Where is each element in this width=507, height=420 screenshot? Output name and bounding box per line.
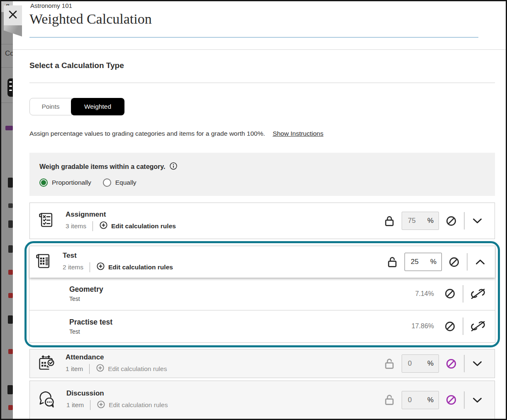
panel-body: Astronomy 101 Weighted Calculation Selec… <box>13 1 506 419</box>
weigh-box-title: Weigh gradable items within a category. <box>39 163 165 171</box>
item-count: 1 item <box>66 365 83 373</box>
weight-field-wrap: % <box>402 212 439 230</box>
weigh-box-title-row: Weigh gradable items within a category. <box>39 162 178 172</box>
item-name: Practise test <box>69 318 112 326</box>
meta-divider <box>90 262 90 272</box>
header-divider <box>13 49 506 50</box>
divider <box>1 44 13 44</box>
divider <box>464 212 465 230</box>
percent-unit: % <box>430 258 436 266</box>
page-title: Weighted Calculation <box>29 11 152 27</box>
no-symbol-icon <box>444 288 456 299</box>
edit-calculation-rules-label: Edit calculation rules <box>108 264 173 271</box>
category-row-attendance: Attendance 1 item Edit calculation rules <box>29 349 495 378</box>
lock-open-icon[interactable] <box>387 256 397 268</box>
discussion-icon <box>37 390 56 410</box>
item-count: 3 items <box>66 222 86 230</box>
backdrop-artifact <box>8 293 13 298</box>
tab-weighted[interactable]: Weighted <box>71 98 124 115</box>
weight-input[interactable] <box>405 359 423 368</box>
radio-proportionally-label: Proportionally <box>52 179 91 186</box>
item-row-practise-test: Practise test Test 17.86% <box>29 310 495 343</box>
weight-field-wrap: % <box>402 354 439 373</box>
no-symbol-icon <box>444 321 456 332</box>
weigh-options-box: Weigh gradable items within a category. … <box>29 153 495 196</box>
close-panel-button[interactable] <box>4 5 22 25</box>
test-icon <box>34 251 53 273</box>
chevron-down-icon[interactable] <box>470 217 484 225</box>
backdrop-artifact <box>8 220 13 228</box>
category-name: Discussion <box>66 389 168 398</box>
edit-calculation-rules-button[interactable]: Edit calculation rules <box>97 400 168 410</box>
close-icon <box>7 9 18 22</box>
chevron-down-icon[interactable] <box>470 360 484 367</box>
chevron-down-icon[interactable] <box>470 396 484 404</box>
item-count: 1 item <box>66 401 84 409</box>
category-list: Assignment 3 items Edit calculation rule… <box>29 203 495 420</box>
radio-equally[interactable] <box>103 178 111 187</box>
plus-circle-icon <box>97 400 109 410</box>
divider <box>1 103 13 103</box>
item-name: Geometry <box>69 285 103 293</box>
weight-input[interactable] <box>407 258 426 266</box>
edit-calculation-rules-button[interactable]: Edit calculation rules <box>96 262 173 272</box>
assignment-icon <box>37 210 56 232</box>
plus-circle-icon <box>96 364 108 374</box>
weighted-calculation-panel-page: fl Co Astronomy 101 Weighted Calculation… <box>0 0 507 420</box>
category-row-discussion: Discussion 1 item Edit calculation rules <box>29 381 495 419</box>
meta-divider <box>89 364 90 374</box>
backdrop-artifact <box>8 349 13 354</box>
edit-calculation-rules-button[interactable]: Edit calculation rules <box>99 221 176 231</box>
calculation-type-toggle: Points Weighted <box>29 98 124 115</box>
description-row: Assign percentage values to grading cate… <box>29 130 323 137</box>
hamburger-menu-icon <box>7 78 13 97</box>
meta-divider <box>90 400 90 410</box>
description-text: Assign percentage values to grading cate… <box>29 130 265 137</box>
edit-calculation-rules-label: Edit calculation rules <box>111 222 176 230</box>
title-underline <box>29 37 478 38</box>
item-count: 2 items <box>63 264 83 271</box>
meta-divider <box>93 221 93 231</box>
show-instructions-link[interactable]: Show Instructions <box>273 130 323 137</box>
backdrop-artifact <box>5 126 13 130</box>
divider <box>1 67 13 68</box>
backdrop-artifact <box>8 405 13 410</box>
no-symbol-icon <box>448 256 460 268</box>
category-row-test: Test 2 items Edit calculation rules <box>29 246 495 278</box>
weight-input[interactable] <box>405 396 423 404</box>
unlink-icon[interactable] <box>469 320 487 332</box>
unlink-icon[interactable] <box>469 288 487 300</box>
backdrop-artifact <box>7 385 13 394</box>
backdrop-artifact <box>8 203 13 208</box>
lock-open-icon[interactable] <box>384 394 395 406</box>
tab-points[interactable]: Points <box>29 98 72 115</box>
no-symbol-excluded-icon <box>446 394 457 405</box>
expanded-test-highlight: Test 2 items Edit calculation rules <box>24 241 500 347</box>
backdrop-artifact <box>8 178 13 188</box>
divider <box>463 285 463 303</box>
lock-open-icon[interactable] <box>384 358 395 370</box>
backdrop-artifact <box>8 315 13 324</box>
section-title: Select a Calculation Type <box>29 61 124 70</box>
section-divider <box>29 83 495 83</box>
percent-unit: % <box>427 359 434 368</box>
category-name: Assignment <box>66 210 176 219</box>
weight-field-wrap: % <box>402 391 439 409</box>
chevron-up-icon[interactable] <box>473 258 487 266</box>
divider <box>463 317 463 335</box>
item-row-geometry: Geometry Test 7.14% <box>29 278 495 310</box>
divider <box>464 355 465 372</box>
item-type: Test <box>69 328 112 335</box>
plus-circle-icon <box>99 221 111 231</box>
course-name: Astronomy 101 <box>30 2 72 9</box>
radio-proportionally[interactable] <box>39 178 48 187</box>
divider <box>467 253 468 271</box>
item-weight-percent: 7.14% <box>408 290 434 298</box>
radio-equally-label: Equally <box>115 179 136 186</box>
lock-closed-icon[interactable] <box>384 215 395 227</box>
weight-input[interactable] <box>405 217 423 225</box>
edit-calculation-rules-label: Edit calculation rules <box>109 401 168 409</box>
edit-calculation-rules-button[interactable]: Edit calculation rules <box>96 364 167 374</box>
category-name: Attendance <box>66 353 167 361</box>
info-icon[interactable] <box>165 162 178 172</box>
